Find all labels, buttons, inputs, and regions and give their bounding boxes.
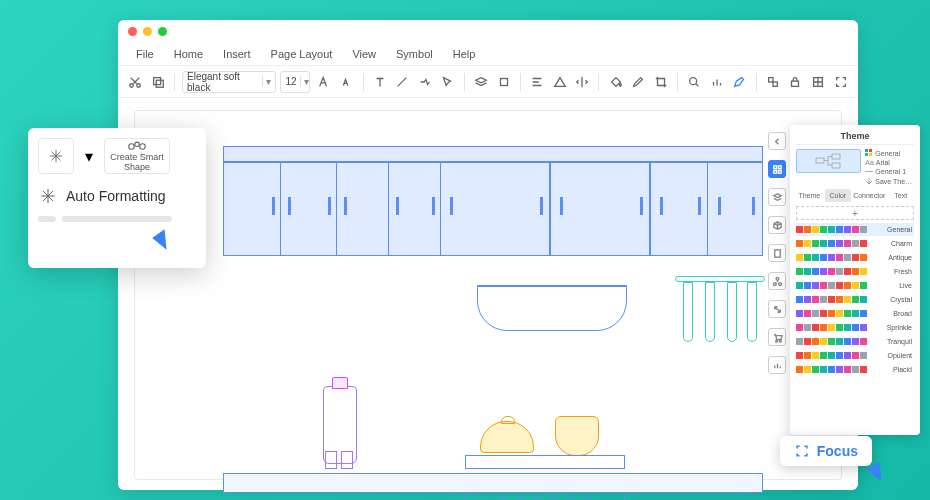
theme-tab[interactable]: Theme — [796, 189, 823, 202]
color-scheme-row[interactable]: Broad — [796, 307, 914, 320]
auto-formatting-label: Auto Formatting — [66, 188, 166, 204]
color-scheme-row[interactable]: General — [796, 223, 914, 236]
svg-point-1 — [137, 83, 141, 87]
color-scheme-row[interactable]: Opulent — [796, 349, 914, 362]
menu-home[interactable]: Home — [164, 48, 213, 60]
font-size[interactable]: 12▾ — [280, 71, 310, 93]
svg-point-15 — [776, 277, 779, 280]
kettle-shape[interactable] — [555, 416, 599, 456]
chart-icon[interactable] — [708, 72, 727, 92]
fill-icon[interactable] — [606, 72, 625, 92]
color-scheme-row[interactable]: Tranquil — [796, 335, 914, 348]
pointer-icon[interactable] — [438, 72, 457, 92]
app-window: File Home Insert Page Layout View Symbol… — [118, 20, 858, 490]
line-icon[interactable] — [393, 72, 412, 92]
resize-icon[interactable] — [768, 300, 786, 318]
menu-view[interactable]: View — [342, 48, 386, 60]
shape-icon[interactable] — [494, 72, 513, 92]
cursor-icon — [867, 461, 890, 484]
menu-insert[interactable]: Insert — [213, 48, 261, 60]
color-scheme-row[interactable]: Antique — [796, 251, 914, 264]
counter-shape[interactable] — [223, 473, 763, 493]
svg-rect-14 — [774, 249, 780, 256]
connector-icon[interactable] — [416, 72, 435, 92]
format-slider[interactable] — [38, 216, 196, 222]
maximize-icon[interactable] — [158, 27, 167, 36]
oven-shape[interactable] — [465, 494, 625, 500]
align-icon[interactable] — [528, 72, 547, 92]
svg-rect-8 — [792, 81, 799, 86]
menu-help[interactable]: Help — [443, 48, 486, 60]
node-icon[interactable] — [768, 272, 786, 290]
stove-shape[interactable] — [465, 455, 625, 469]
expand-icon[interactable] — [831, 72, 850, 92]
cube-icon[interactable] — [768, 216, 786, 234]
page-icon[interactable] — [768, 244, 786, 262]
color-scheme-row[interactable]: Live — [796, 279, 914, 292]
lock-icon[interactable] — [786, 72, 805, 92]
color-scheme-row[interactable]: Placid — [796, 363, 914, 376]
pen-icon[interactable] — [730, 72, 749, 92]
layer-icon[interactable] — [472, 72, 491, 92]
svg-point-29 — [140, 143, 146, 149]
warning-icon[interactable] — [550, 72, 569, 92]
grid-panel-icon[interactable] — [768, 160, 786, 178]
auto-format-icon — [38, 186, 58, 206]
cabinet-shape[interactable] — [223, 146, 763, 256]
crop-icon[interactable] — [651, 72, 670, 92]
cart-icon[interactable] — [768, 328, 786, 346]
text-icon[interactable] — [371, 72, 390, 92]
svg-point-0 — [130, 83, 134, 87]
bar-icon[interactable] — [768, 356, 786, 374]
eyedropper-icon[interactable] — [629, 72, 648, 92]
theme-title: Theme — [796, 131, 914, 145]
svg-point-27 — [129, 143, 135, 149]
menu-symbol[interactable]: Symbol — [386, 48, 443, 60]
sparkle-dropdown-icon[interactable]: ▾ — [82, 138, 96, 174]
layers-panel-icon[interactable] — [768, 188, 786, 206]
menu-page-layout[interactable]: Page Layout — [261, 48, 343, 60]
svg-rect-26 — [869, 153, 872, 156]
connector-tab[interactable]: Connector — [853, 189, 885, 202]
cups-shape[interactable] — [325, 451, 353, 469]
cut-icon[interactable] — [126, 72, 145, 92]
svg-rect-21 — [832, 154, 840, 159]
theme-preview[interactable] — [796, 149, 861, 173]
svg-point-5 — [690, 77, 697, 84]
range-hood-shape[interactable] — [477, 271, 627, 331]
utensils-shape[interactable] — [675, 276, 765, 356]
font-select[interactable]: Elegant soft black▾ — [182, 71, 276, 93]
grid-icon[interactable] — [809, 72, 828, 92]
add-scheme-button[interactable]: + — [796, 206, 914, 220]
search-icon[interactable] — [685, 72, 704, 92]
svg-rect-23 — [865, 149, 868, 152]
create-smart-shape-button[interactable]: Create Smart Shape — [104, 138, 170, 174]
focus-button[interactable]: Focus — [780, 436, 872, 466]
flip-icon[interactable] — [573, 72, 592, 92]
focus-icon — [794, 443, 810, 459]
collapse-icon[interactable] — [768, 132, 786, 150]
drawing-canvas[interactable] — [134, 110, 842, 480]
auto-formatting-popup: ▾ Create Smart Shape Auto Formatting — [28, 128, 206, 268]
svg-point-28 — [135, 142, 139, 146]
close-icon[interactable] — [128, 27, 137, 36]
text-tab[interactable]: Text — [887, 189, 914, 202]
color-scheme-row[interactable]: Crystal — [796, 293, 914, 306]
color-scheme-row[interactable]: Sprinkle — [796, 321, 914, 334]
color-scheme-row[interactable]: Fresh — [796, 265, 914, 278]
pot-shape[interactable] — [480, 421, 534, 453]
svg-rect-4 — [500, 78, 507, 85]
svg-rect-7 — [773, 82, 777, 86]
group-icon[interactable] — [764, 72, 783, 92]
copy-icon[interactable] — [149, 72, 168, 92]
svg-rect-13 — [778, 170, 781, 173]
toolbar: Elegant soft black▾ 12▾ — [118, 66, 858, 98]
color-tab[interactable]: Color — [825, 189, 852, 202]
font-increase-icon[interactable] — [314, 72, 333, 92]
font-decrease-icon[interactable] — [337, 72, 356, 92]
sparkle-icon[interactable] — [38, 138, 74, 174]
minimize-icon[interactable] — [143, 27, 152, 36]
svg-rect-25 — [865, 153, 868, 156]
menu-file[interactable]: File — [126, 48, 164, 60]
color-scheme-row[interactable]: Charm — [796, 237, 914, 250]
